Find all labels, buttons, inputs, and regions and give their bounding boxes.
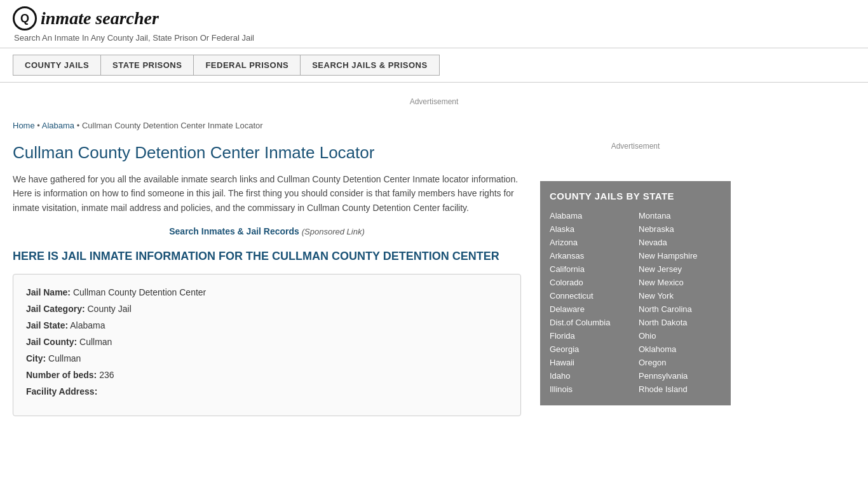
jail-category-label: Jail Category: [26, 304, 85, 314]
jail-city-label: City: [26, 353, 46, 363]
sidebar: Advertisement COUNTY JAILS BY STATE Alab… [540, 121, 731, 416]
state-link-illinois[interactable]: Illinois [550, 383, 632, 396]
jail-county-row: Jail County: Cullman [26, 337, 508, 347]
nav-county-jails[interactable]: COUNTY JAILS [13, 55, 100, 76]
state-link-delaware[interactable]: Delaware [550, 302, 632, 316]
states-grid: Alabama Alaska Arizona Arkansas Californ… [550, 209, 721, 396]
page-title: Cullman County Detention Center Inmate L… [13, 143, 521, 163]
county-jails-by-state-box: COUNTY JAILS BY STATE Alabama Alaska Ari… [540, 181, 731, 405]
logo-icon: Q [13, 6, 37, 30]
state-link-idaho[interactable]: Idaho [550, 369, 632, 383]
inmate-info-heading: HERE IS JAIL INMATE INFORMATION FOR THE … [13, 249, 521, 264]
breadcrumb-current: Cullman County Detention Center Inmate L… [82, 121, 263, 130]
state-link-dc[interactable]: Dist.of Columbia [550, 316, 632, 329]
jail-county-value: Cullman [79, 337, 112, 347]
breadcrumb-home[interactable]: Home [13, 121, 35, 130]
jail-beds-label: Number of beds: [26, 370, 97, 380]
state-link-oklahoma[interactable]: Oklahoma [639, 342, 721, 356]
states-col2: Montana Nebraska Nevada New Hampshire Ne… [639, 209, 721, 396]
state-link-north-carolina[interactable]: North Carolina [639, 302, 721, 316]
jail-address-label: Facility Address: [26, 386, 97, 396]
breadcrumb-sep2: • [77, 121, 82, 130]
jail-name-label: Jail Name: [26, 287, 71, 297]
state-link-hawaii[interactable]: Hawaii [550, 356, 632, 369]
state-link-colorado[interactable]: Colorado [550, 276, 632, 289]
top-ad-banner: Advertisement [0, 83, 868, 121]
breadcrumb-state[interactable]: Alabama [42, 121, 74, 130]
nav-search-jails[interactable]: SEARCH JAILS & PRISONS [300, 55, 439, 76]
jail-state-row: Jail State: Alabama [26, 320, 508, 330]
sponsored-link-area: Search Inmates & Jail Records (Sponsored… [13, 226, 521, 236]
nav-state-prisons[interactable]: STATE PRISONS [100, 55, 193, 76]
state-link-pennsylvania[interactable]: Pennsylvania [639, 369, 721, 383]
state-link-alaska[interactable]: Alaska [550, 222, 632, 236]
jail-state-label: Jail State: [26, 320, 68, 330]
jail-name-value: Cullman County Detention Center [73, 287, 206, 297]
state-link-oregon[interactable]: Oregon [639, 356, 721, 369]
sponsored-link[interactable]: Search Inmates & Jail Records [169, 226, 299, 236]
state-link-georgia[interactable]: Georgia [550, 342, 632, 356]
main-nav: COUNTY JAILS STATE PRISONS FEDERAL PRISO… [0, 48, 868, 83]
jail-info-box: Jail Name: Cullman County Detention Cent… [13, 274, 521, 416]
main-layout: Home • Alabama • Cullman County Detentio… [0, 121, 868, 416]
sidebar-ad: Advertisement [540, 121, 731, 172]
site-header: Q inmate searcher Search An Inmate In An… [0, 0, 868, 48]
state-link-florida[interactable]: Florida [550, 329, 632, 342]
state-link-new-york[interactable]: New York [639, 289, 721, 302]
state-link-connecticut[interactable]: Connecticut [550, 289, 632, 302]
jail-county-label: Jail County: [26, 337, 77, 347]
state-link-california[interactable]: California [550, 262, 632, 276]
jail-category-value: County Jail [87, 304, 131, 314]
state-link-alabama[interactable]: Alabama [550, 209, 632, 222]
state-link-arkansas[interactable]: Arkansas [550, 249, 632, 262]
jail-category-row: Jail Category: County Jail [26, 304, 508, 314]
content-area: Home • Alabama • Cullman County Detentio… [13, 121, 521, 416]
site-tagline: Search An Inmate In Any County Jail, Sta… [14, 33, 855, 43]
jail-name-row: Jail Name: Cullman County Detention Cent… [26, 287, 508, 297]
jail-city-value: Cullman [48, 353, 81, 363]
breadcrumb: Home • Alabama • Cullman County Detentio… [13, 121, 521, 130]
logo-text: inmate searcher [41, 8, 159, 29]
state-link-north-dakota[interactable]: North Dakota [639, 316, 721, 329]
state-link-new-jersey[interactable]: New Jersey [639, 262, 721, 276]
jail-beds-value: 236 [99, 370, 114, 380]
jail-city-row: City: Cullman [26, 353, 508, 363]
jail-address-row: Facility Address: [26, 386, 508, 396]
states-col1: Alabama Alaska Arizona Arkansas Californ… [550, 209, 632, 396]
nav-federal-prisons[interactable]: FEDERAL PRISONS [193, 55, 300, 76]
state-link-new-mexico[interactable]: New Mexico [639, 276, 721, 289]
state-link-rhode-island[interactable]: Rhode Island [639, 383, 721, 396]
jail-beds-row: Number of beds: 236 [26, 370, 508, 380]
logo-area: Q inmate searcher [13, 6, 855, 30]
page-description: We have gathered for you all the availab… [13, 172, 521, 215]
state-link-ohio[interactable]: Ohio [639, 329, 721, 342]
state-link-arizona[interactable]: Arizona [550, 236, 632, 249]
state-link-nevada[interactable]: Nevada [639, 236, 721, 249]
breadcrumb-sep1: • [37, 121, 41, 130]
state-link-new-hampshire[interactable]: New Hampshire [639, 249, 721, 262]
county-jails-title: COUNTY JAILS BY STATE [550, 191, 721, 201]
state-link-montana[interactable]: Montana [639, 209, 721, 222]
state-link-nebraska[interactable]: Nebraska [639, 222, 721, 236]
jail-state-value: Alabama [70, 320, 105, 330]
sponsored-text: (Sponsored Link) [302, 227, 365, 236]
